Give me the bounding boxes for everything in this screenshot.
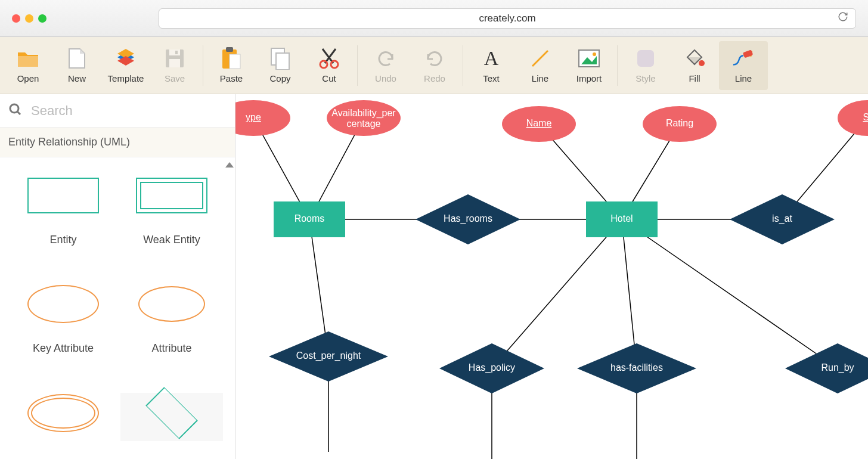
diagram-entity-rooms[interactable]: Rooms xyxy=(274,201,345,237)
shape-category-header[interactable]: Entity Relationship (UML) xyxy=(0,128,235,157)
diagram-edge[interactable] xyxy=(492,219,622,368)
svg-point-22 xyxy=(699,60,705,66)
svg-line-17 xyxy=(532,51,548,66)
window-controls xyxy=(12,14,46,23)
search-icon xyxy=(8,103,23,119)
template-icon xyxy=(114,47,137,70)
shape-multivalued-attribute[interactable] xyxy=(12,393,114,441)
tool-label: Undo xyxy=(375,73,396,83)
svg-text:Has_rooms: Has_rooms xyxy=(444,213,492,224)
diagram-attribute-type[interactable]: ype xyxy=(235,100,290,136)
shape-relationship[interactable] xyxy=(120,393,223,441)
line-tool-button[interactable]: Line xyxy=(516,41,565,90)
copy-icon xyxy=(269,47,292,70)
search-row xyxy=(0,94,235,128)
undo-button: Undo xyxy=(361,41,410,90)
svg-point-26 xyxy=(235,100,290,136)
maximize-window-button[interactable] xyxy=(38,14,46,23)
shape-key-attribute[interactable]: Key Attribute xyxy=(12,284,114,362)
svg-rect-4 xyxy=(169,49,180,55)
template-button[interactable]: Template xyxy=(101,41,150,90)
redo-button: Redo xyxy=(410,41,459,90)
line-format-button[interactable]: Line xyxy=(719,41,768,90)
shape-entity[interactable]: Entity xyxy=(12,175,114,254)
scroll-up-arrow-icon[interactable] xyxy=(225,162,234,168)
svg-text:is_at: is_at xyxy=(772,213,792,224)
svg-rect-23 xyxy=(743,49,754,58)
diagram-relationship-is_at[interactable]: is_at xyxy=(730,194,835,244)
er-diagram[interactable]: ypeAvailability_percentageNameRatingStRo… xyxy=(235,94,868,459)
new-button[interactable]: New xyxy=(52,41,101,90)
shape-weak-entity[interactable]: Weak Entity xyxy=(120,175,223,254)
diagram-attribute-name[interactable]: Name xyxy=(502,106,576,142)
paste-button[interactable]: Paste xyxy=(207,41,256,90)
import-button[interactable]: Import xyxy=(565,41,613,90)
fill-button[interactable]: Fill xyxy=(670,41,719,90)
svg-text:Availability_per: Availability_per xyxy=(331,108,396,119)
svg-rect-9 xyxy=(230,54,240,69)
copy-button[interactable]: Copy xyxy=(256,41,305,90)
diagram-attribute-avail[interactable]: Availability_percentage xyxy=(327,100,401,136)
diagram-relationship-has_rooms[interactable]: Has_rooms xyxy=(416,194,520,244)
shape-label: Key Attribute xyxy=(33,342,94,355)
diagram-relationship-has_policy[interactable]: Has_policy xyxy=(439,343,544,393)
shape-attribute[interactable]: Attribute xyxy=(120,284,223,362)
svg-rect-11 xyxy=(276,53,289,70)
diagram-edge[interactable] xyxy=(622,219,838,368)
diagram-attribute-rating[interactable]: Rating xyxy=(643,106,717,142)
relationship-preview-icon xyxy=(133,393,210,433)
open-button[interactable]: Open xyxy=(4,41,52,90)
multivalued-attribute-preview-icon xyxy=(24,393,102,433)
reload-icon[interactable] xyxy=(838,11,848,25)
svg-text:Rooms: Rooms xyxy=(294,213,325,224)
shape-sidebar: Entity Relationship (UML) EntityWeak Ent… xyxy=(0,94,235,459)
style-icon xyxy=(634,47,657,70)
redo-icon xyxy=(423,47,446,70)
svg-text:Run_by: Run_by xyxy=(821,362,854,373)
tool-label: Text xyxy=(483,73,500,83)
svg-rect-21 xyxy=(637,50,654,67)
cut-icon xyxy=(318,47,340,70)
diagram-relationship-has_facilities[interactable]: has-facilities xyxy=(577,343,696,393)
svg-rect-5 xyxy=(169,59,180,67)
tool-label: Open xyxy=(17,73,39,83)
search-input[interactable] xyxy=(31,103,227,119)
toolbar: OpenNewTemplateSavePasteCopyCutUndoRedoA… xyxy=(0,37,868,94)
tool-label: Style xyxy=(636,73,655,83)
diagram-entity-hotel[interactable]: Hotel xyxy=(586,201,658,237)
save-button: Save xyxy=(150,41,199,90)
diagram-canvas[interactable]: ypeAvailability_percentageNameRatingStRo… xyxy=(235,94,868,459)
cut-button[interactable]: Cut xyxy=(305,41,354,90)
tool-label: Import xyxy=(576,73,602,83)
tool-label: Save xyxy=(165,73,185,83)
paste-icon xyxy=(220,47,243,70)
shape-label: Entity xyxy=(49,234,76,246)
svg-rect-6 xyxy=(175,51,178,54)
shape-palette: EntityWeak EntityKey AttributeAttribute xyxy=(0,157,235,459)
svg-text:Hotel: Hotel xyxy=(610,213,633,224)
line-format-icon xyxy=(732,47,755,70)
svg-point-14 xyxy=(320,61,327,68)
svg-rect-8 xyxy=(226,47,233,52)
svg-text:Cost_per_night: Cost_per_night xyxy=(296,351,361,361)
svg-text:Name: Name xyxy=(526,118,552,128)
text-icon: A xyxy=(480,47,503,70)
tool-label: Copy xyxy=(269,73,290,83)
diagram-relationship-run_by[interactable]: Run_by xyxy=(785,343,868,393)
svg-point-15 xyxy=(331,61,338,68)
url-bar[interactable]: creately.com xyxy=(159,8,856,29)
svg-text:St: St xyxy=(863,112,868,122)
diagram-relationship-cost_per_night[interactable]: Cost_per_night xyxy=(269,331,388,382)
category-label: Entity Relationship (UML) xyxy=(8,136,130,148)
shape-label: Weak Entity xyxy=(143,234,200,246)
shape-label: Attribute xyxy=(151,342,191,355)
svg-text:Rating: Rating xyxy=(666,118,693,128)
close-window-button[interactable] xyxy=(12,14,20,23)
tool-label: New xyxy=(68,73,86,83)
svg-text:A: A xyxy=(484,48,499,69)
tool-label: Paste xyxy=(220,73,243,83)
tool-label: Cut xyxy=(322,73,336,83)
minimize-window-button[interactable] xyxy=(25,14,33,23)
diagram-attribute-st[interactable]: St xyxy=(838,100,868,136)
text-button[interactable]: AText xyxy=(467,41,516,90)
